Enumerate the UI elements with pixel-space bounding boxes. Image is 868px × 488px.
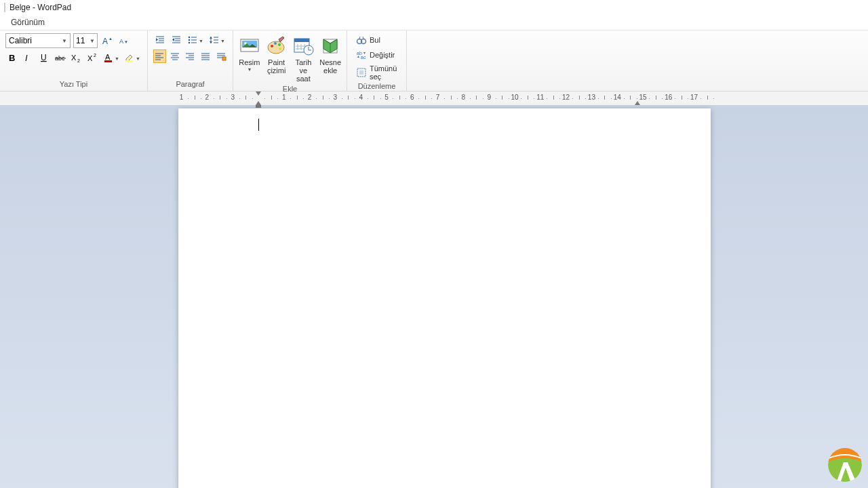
ruler-number: 16 [665, 94, 672, 101]
svg-point-62 [271, 45, 273, 47]
document-workspace: 3211234567891011121314151617 [0, 92, 868, 488]
window-title: Belge - WordPad [9, 3, 71, 12]
ribbon-group-editing: Bul abac Değiştir Tümünü seç Düzenleme [347, 30, 407, 91]
brand-logo [827, 447, 863, 483]
svg-point-28 [189, 39, 191, 41]
svg-text:▲: ▲ [108, 37, 113, 41]
ruler-number: 8 [462, 94, 466, 101]
insert-datetime-button[interactable]: Tarih ve saat [290, 33, 317, 85]
svg-rect-57 [222, 57, 226, 60]
ruler-number: 10 [511, 94, 518, 101]
select-all-icon [356, 67, 367, 78]
ruler-number: 17 [690, 94, 698, 101]
svg-text:▼: ▼ [124, 40, 128, 44]
decrease-indent-button[interactable] [153, 33, 167, 47]
group-label-font: Yazı Tipi [5, 80, 142, 89]
ruler-number: 1 [282, 94, 286, 101]
chevron-down-icon: ▼ [247, 67, 252, 73]
paint-palette-icon [266, 35, 288, 57]
increase-indent-button[interactable] [170, 33, 183, 47]
insert-image-button[interactable]: Resim ▼ [236, 33, 263, 75]
font-color-button[interactable]: A▼ [102, 51, 121, 64]
ruler-number: 15 [639, 94, 646, 101]
ruler-number: 13 [588, 94, 595, 101]
insert-object-button[interactable]: Nesne ekle [317, 33, 344, 77]
svg-text:A: A [119, 38, 123, 45]
replace-button[interactable]: abac Değiştir [353, 48, 401, 62]
shrink-font-button[interactable]: A▼ [117, 34, 130, 47]
svg-point-26 [189, 37, 191, 39]
svg-rect-16 [125, 60, 133, 62]
ruler-number: 1 [180, 94, 184, 101]
italic-button[interactable]: I [22, 51, 35, 64]
find-button[interactable]: Bul [353, 33, 401, 47]
ruler-number: 6 [410, 94, 414, 101]
svg-text:▼: ▼ [220, 39, 225, 43]
svg-rect-67 [294, 39, 309, 42]
grow-font-button[interactable]: A▲ [100, 34, 114, 47]
svg-text:I: I [25, 53, 28, 63]
right-indent-marker[interactable] [635, 101, 640, 105]
binoculars-icon [356, 35, 367, 45]
ribbon-group-font: Calibri▼ 11▼ A▲ A▼ B I [0, 30, 148, 91]
ruler-number: 3 [334, 94, 338, 101]
first-line-indent-marker[interactable] [256, 92, 261, 96]
align-justify-button[interactable] [199, 49, 212, 63]
ruler-number: 12 [562, 94, 570, 101]
highlight-button[interactable]: ▼ [123, 51, 142, 64]
svg-point-63 [274, 42, 277, 45]
svg-text:2: 2 [77, 58, 80, 63]
svg-text:2: 2 [94, 53, 96, 58]
svg-rect-87 [359, 70, 363, 75]
svg-text:▼: ▼ [199, 39, 203, 43]
select-all-button[interactable]: Tümünü seç [353, 63, 401, 82]
strikethrough-button[interactable]: abc [54, 51, 67, 64]
chevron-down-icon: ▼ [62, 38, 67, 44]
horizontal-ruler[interactable]: 3211234567891011121314151617 [0, 92, 868, 105]
ribbon: Calibri▼ 11▼ A▲ A▼ B I [0, 30, 868, 92]
title-separator [4, 3, 5, 12]
align-right-button[interactable] [184, 49, 197, 63]
svg-point-30 [189, 42, 191, 44]
svg-text:X: X [71, 54, 77, 62]
svg-line-82 [359, 37, 360, 39]
object-icon [319, 35, 341, 57]
menu-view[interactable]: Görünüm [7, 16, 49, 28]
ruler-number: 5 [384, 94, 389, 101]
ruler-number: 2 [205, 94, 210, 101]
bullets-button[interactable]: ▼ [186, 33, 205, 47]
font-size-select[interactable]: 11▼ [73, 33, 98, 48]
svg-text:ac: ac [361, 55, 366, 60]
align-center-button[interactable] [169, 49, 182, 63]
svg-text:▼: ▼ [115, 56, 119, 61]
group-label-paragraph: Paragraf [153, 80, 227, 89]
group-label-editing: Düzenleme [353, 82, 401, 92]
ruler-number: 3 [231, 94, 235, 101]
ribbon-group-insert: Resim ▼ Paint çizimi Tarih ve saat Nesn [233, 30, 347, 91]
document-page[interactable] [178, 108, 711, 488]
ribbon-group-paragraph: ▼ ▼ [148, 30, 233, 91]
subscript-button[interactable]: X2 [70, 51, 83, 64]
ruler-number: 2 [308, 94, 312, 101]
ruler-number: 11 [536, 94, 544, 101]
left-indent-marker[interactable] [256, 101, 261, 105]
svg-point-64 [278, 43, 281, 46]
insert-paint-button[interactable]: Paint çizimi [263, 33, 290, 77]
menu-bar: Görünüm [0, 15, 868, 30]
svg-text:U: U [41, 53, 47, 62]
align-left-button[interactable] [153, 49, 166, 63]
underline-button[interactable]: U [37, 51, 51, 64]
ruler-number: 14 [614, 94, 621, 101]
line-spacing-button[interactable]: ▼ [208, 33, 226, 47]
ruler-number: 7 [436, 94, 440, 101]
replace-icon: abac [356, 49, 367, 60]
paragraph-dialog-button[interactable] [214, 49, 227, 63]
svg-text:B: B [9, 53, 15, 63]
ruler-number: 4 [359, 94, 363, 101]
bold-button[interactable]: B [5, 51, 19, 64]
superscript-button[interactable]: X2 [85, 51, 99, 64]
ruler-number: 9 [487, 94, 491, 101]
svg-point-65 [279, 47, 281, 50]
font-family-select[interactable]: Calibri▼ [5, 33, 71, 48]
calendar-clock-icon [292, 35, 314, 57]
